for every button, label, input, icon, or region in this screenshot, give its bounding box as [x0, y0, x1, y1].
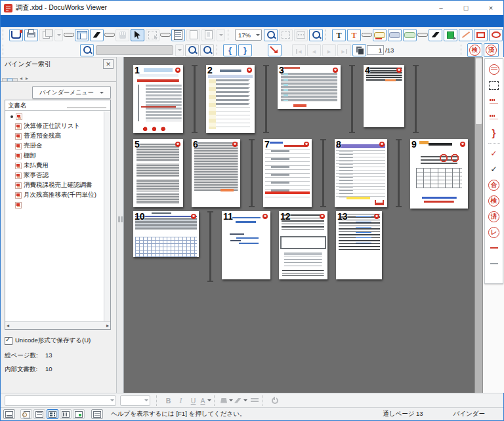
page-thumbnail[interactable]: 12: [279, 211, 327, 279]
line-annotation-button[interactable]: [459, 29, 472, 41]
view-text-button[interactable]: [91, 409, 103, 419]
hand-tool-button[interactable]: [116, 29, 129, 41]
underline-button[interactable]: U: [188, 395, 199, 406]
highlight-yellow-button[interactable]: [373, 29, 387, 41]
page-thumbnail[interactable]: 6: [192, 139, 240, 207]
view-page-button[interactable]: [3, 409, 15, 419]
maximize-button[interactable]: □: [453, 1, 478, 15]
search-button[interactable]: [80, 44, 94, 56]
minimize-button[interactable]: −: [429, 1, 453, 15]
line-color-button[interactable]: [234, 395, 247, 406]
ken-circle-stamp[interactable]: 検: [485, 193, 503, 209]
list-item[interactable]: [9, 200, 104, 210]
highlight-blue-button[interactable]: [388, 29, 402, 41]
next-page-button[interactable]: ▶: [322, 44, 336, 56]
page-thumbnail[interactable]: 9: [410, 139, 468, 209]
search-history-dropdown[interactable]: [175, 44, 184, 56]
search-input[interactable]: [96, 45, 173, 55]
scrollbar-thumb[interactable]: [476, 58, 482, 124]
panel-close-button[interactable]: ✕: [103, 59, 114, 69]
check-red-stamp[interactable]: ✓: [485, 146, 503, 161]
panel-toggle-button[interactable]: [75, 29, 89, 41]
toolbar-handle[interactable]: [228, 30, 232, 40]
close-button[interactable]: ×: [478, 1, 503, 15]
signature-stamp[interactable]: [485, 93, 503, 109]
re-circle-stamp[interactable]: レ: [485, 224, 503, 240]
dash-gray-stamp[interactable]: [485, 256, 503, 271]
marker-tool-button[interactable]: [90, 29, 104, 41]
check-black-stamp[interactable]: ✓: [485, 161, 503, 177]
panel-splitter[interactable]: [116, 57, 124, 393]
zoom-combo[interactable]: 17%: [235, 29, 262, 41]
toolbar-handle[interactable]: [3, 30, 7, 40]
page-thumbnail[interactable]: 7: [263, 139, 312, 207]
copy-dropdown[interactable]: [54, 29, 63, 41]
page-copy-button[interactable]: [186, 29, 200, 41]
gou-circle-stamp[interactable]: 合: [485, 177, 503, 193]
brace-stamp[interactable]: }: [485, 125, 503, 140]
highlight-green-button[interactable]: [403, 29, 417, 41]
dash-red-stamp[interactable]: [485, 240, 503, 256]
document-list-hscrollbar[interactable]: ◂ ▸: [5, 321, 110, 329]
signature-stamp-2[interactable]: [485, 109, 503, 125]
font-family-combo[interactable]: [5, 395, 116, 406]
scroll-right-icon[interactable]: ▸: [106, 323, 109, 329]
page-thumbnail[interactable]: 4: [364, 65, 404, 127]
list-item[interactable]: 棚卸: [9, 151, 104, 161]
line-style-button[interactable]: [249, 395, 260, 406]
green-rect-stamp-button[interactable]: [444, 29, 457, 41]
arrow-annotation-button[interactable]: [268, 44, 282, 56]
toolbar-handle[interactable]: [461, 45, 465, 55]
page-thumbnail[interactable]: 10: [133, 211, 199, 257]
tab-scroll-left-icon[interactable]: ◂: [18, 75, 24, 81]
zoom-out-button[interactable]: [264, 29, 278, 41]
brace-open-button[interactable]: {: [223, 44, 237, 56]
view-columns-button[interactable]: [60, 409, 72, 419]
zoom-select-tool-button[interactable]: [146, 29, 159, 41]
toolbar-handle[interactable]: [3, 45, 7, 55]
copy-to-desk-button[interactable]: [39, 29, 53, 41]
text-annotation-color-button[interactable]: T: [347, 29, 361, 41]
font-size-combo[interactable]: [120, 395, 150, 406]
page-paste-button[interactable]: [201, 29, 215, 41]
zumi-stamp-button[interactable]: 済: [484, 43, 499, 57]
page-thumbnail[interactable]: 1: [133, 65, 183, 133]
document-list-vscrollbar[interactable]: [104, 111, 110, 321]
scroll-left-icon[interactable]: ◂: [7, 323, 9, 329]
fit-page-button[interactable]: [279, 29, 293, 41]
page-paste-dropdown[interactable]: [217, 29, 225, 41]
list-item[interactable]: 消費税課税売上確認調書: [9, 180, 104, 190]
list-item[interactable]: 売掛金: [9, 141, 104, 151]
rect-annotation-button[interactable]: [474, 29, 488, 41]
zoom-in-button[interactable]: [309, 29, 323, 41]
page-thumbnail[interactable]: 5: [133, 139, 183, 207]
binder-page-area[interactable]: 1 2: [124, 57, 474, 393]
view-list-button[interactable]: [33, 409, 45, 419]
panel-tab[interactable]: [7, 78, 12, 81]
page-thumbnail[interactable]: 8: [335, 139, 387, 207]
ken-stamp-button[interactable]: 検: [467, 43, 482, 57]
page-thumbnail[interactable]: 13: [336, 211, 382, 279]
red-marker-button[interactable]: [429, 29, 442, 41]
page-area-vscrollbar[interactable]: [474, 57, 482, 393]
panel-tab[interactable]: [12, 78, 18, 81]
view-clip-button[interactable]: [20, 409, 32, 419]
list-item[interactable]: [9, 111, 104, 121]
italic-button[interactable]: I: [175, 395, 186, 406]
apply-button[interactable]: [269, 395, 280, 406]
zumi-circle-stamp[interactable]: 済: [485, 209, 503, 224]
prev-page-button[interactable]: ◀: [307, 44, 321, 56]
page-thumbnail[interactable]: 3: [278, 65, 341, 109]
last-page-button[interactable]: ▶: [337, 44, 351, 56]
print-button[interactable]: [24, 29, 38, 41]
fit-width-button[interactable]: [294, 29, 308, 41]
find-prev-button[interactable]: [185, 44, 199, 56]
find-next-button[interactable]: [200, 44, 214, 56]
page-thumbnail[interactable]: 2: [206, 65, 255, 133]
select-tool-button[interactable]: [131, 29, 144, 41]
first-page-button[interactable]: ◀: [292, 44, 306, 56]
brace-close-button[interactable]: }: [238, 44, 252, 56]
view-annotations-button[interactable]: [73, 409, 85, 419]
page-number-input[interactable]: [367, 45, 384, 55]
font-color-button[interactable]: A: [200, 395, 211, 406]
